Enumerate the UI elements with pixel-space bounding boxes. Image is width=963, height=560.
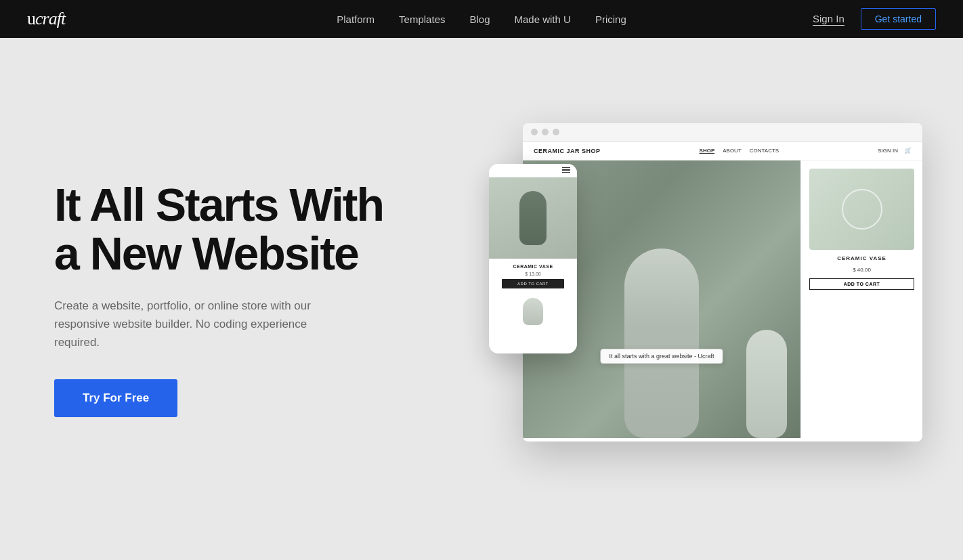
mobile-product-image	[489, 177, 577, 259]
sidebar-circle-decor	[842, 189, 882, 230]
hero-title-line2: a New Website	[54, 228, 358, 279]
dot-3	[553, 129, 559, 135]
sidebar-product-image	[809, 169, 914, 250]
hero-title: It All Starts With a New Website	[54, 181, 383, 278]
mockup-nav-contacts: CONTACTS	[750, 148, 779, 154]
hero-subtitle: Create a website, portfolio, or online s…	[54, 297, 345, 352]
nav-right: Sign In Get started	[813, 8, 936, 30]
sidebar-product-name: CERAMIC VASE	[809, 255, 914, 261]
mobile-add-to-cart-button[interactable]: ADD TO CART	[502, 279, 563, 288]
hero-title-line1: It All Starts With	[54, 179, 383, 230]
sidebar-add-to-cart-button[interactable]: ADD TO CART	[809, 278, 914, 290]
sign-in-link[interactable]: Sign In	[813, 13, 844, 26]
mockup-nav-about: ABOUT	[723, 148, 742, 154]
mockup-nav-right: SIGN IN 🛒	[878, 148, 912, 154]
mobile-small-product-decor	[523, 298, 543, 325]
mockup-nav-logo: CERAMIC JAR SHOP	[534, 148, 601, 154]
hero-left: It All Starts With a New Website Create …	[54, 181, 383, 416]
nav-pricing[interactable]: Pricing	[595, 14, 626, 25]
vase-small-decor	[746, 330, 787, 438]
mockup-nav: CERAMIC JAR SHOP SHOP ABOUT CONTACTS SIG…	[523, 142, 922, 160]
mockup-cart-icon: 🛒	[905, 148, 912, 154]
mobile-mockup: CERAMIC VASE $ 13.00 ADD TO CART	[489, 164, 577, 353]
nav-made-with-u[interactable]: Made with U	[515, 14, 571, 25]
nav-templates[interactable]: Templates	[399, 14, 445, 25]
dot-1	[531, 129, 538, 135]
hero-right: CERAMIC JAR SHOP SHOP ABOUT CONTACTS SIG…	[489, 123, 922, 475]
sidebar-product-price: $ 40.00	[809, 267, 914, 273]
mockup-nav-shop: SHOP	[700, 148, 715, 154]
mockup-sign-in: SIGN IN	[878, 148, 898, 154]
mockup-titlebar	[523, 123, 922, 142]
navbar: ucraft Platform Templates Blog Made with…	[0, 0, 963, 38]
nav-blog[interactable]: Blog	[469, 14, 490, 25]
vase-large-decor	[624, 249, 699, 438]
mobile-vase-icon	[519, 191, 547, 245]
get-started-button[interactable]: Get started	[861, 8, 936, 30]
mockup-sidebar: CERAMIC VASE $ 40.00 ADD TO CART	[800, 160, 922, 438]
logo[interactable]: ucraft	[27, 9, 65, 29]
mobile-topbar	[489, 164, 577, 177]
mobile-product-details: CERAMIC VASE $ 13.00 ADD TO CART	[489, 259, 577, 294]
mockup-body: It all starts with a great website - Ucr…	[523, 160, 922, 438]
nav-links: Platform Templates Blog Made with U Pric…	[337, 14, 626, 25]
desktop-mockup: CERAMIC JAR SHOP SHOP ABOUT CONTACTS SIG…	[523, 123, 922, 441]
dot-2	[542, 129, 549, 135]
hamburger-icon	[562, 167, 570, 173]
mockup-tooltip: It all starts with a great website - Ucr…	[600, 349, 723, 364]
mockup-nav-links: SHOP ABOUT CONTACTS	[700, 148, 779, 154]
try-for-free-button[interactable]: Try For Free	[54, 379, 177, 417]
mobile-product-name: CERAMIC VASE	[513, 264, 553, 269]
hero-section: It All Starts With a New Website Create …	[0, 38, 963, 560]
nav-platform[interactable]: Platform	[337, 14, 374, 25]
mobile-product-price: $ 13.00	[525, 272, 540, 276]
